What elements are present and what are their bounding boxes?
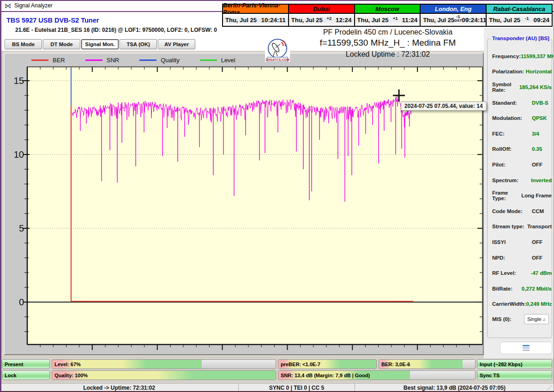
transponder-label: Stream type: — [492, 224, 527, 229]
offset-value: -1 — [525, 16, 529, 21]
clock-time: 10:24:11 — [261, 17, 286, 24]
clock-time: 09:24:11 — [462, 17, 486, 24]
meter-quality: Quality: 100% — [52, 370, 276, 380]
clock-panel: Berlin-Paris-Vienna-RomaThu, Jul 2510:24… — [222, 4, 553, 27]
meter-sync-ts: Sync TS — [477, 370, 552, 380]
transponder-panel: Transponder (AU) [BS] Frequency:11599,33… — [487, 39, 552, 338]
offset-value: +2 — [326, 16, 331, 21]
meter-preber: preBER: <1.0E-7 — [278, 359, 377, 369]
transponder-label: Modulation: — [492, 115, 532, 121]
clock-city: Berlin-Paris-Vienna-Roma — [223, 5, 288, 14]
snr-swatch — [85, 59, 102, 61]
tab-av-player[interactable]: AV Player — [158, 39, 195, 49]
mis-dropdown[interactable]: Single ⊿ — [524, 314, 549, 324]
tab-dt-mode[interactable]: DT Mode — [43, 39, 80, 49]
clock-column-berlin-paris-vienna-roma: Berlin-Paris-Vienna-RomaThu, Jul 2510:24… — [223, 5, 288, 26]
transponder-row-carrierwidth: CarrierWidth:0,249 MHz — [488, 297, 552, 312]
tab-signal-mon[interactable]: Signal Mon. — [81, 39, 119, 49]
clock-time-row: Thu, Jul 25+212:24 — [289, 14, 354, 26]
transponder-value: OFF — [532, 239, 542, 245]
tab-tsa-ok[interactable]: TSA (OK) — [120, 39, 157, 49]
legend-item-level: Level — [200, 57, 235, 64]
meter-level: Level: 67% — [52, 359, 276, 369]
level-swatch — [200, 59, 217, 61]
meter-label: Quality: 100% — [54, 373, 88, 378]
transponder-value: Horizontal — [526, 69, 552, 74]
meter-label: Present — [5, 362, 23, 367]
transponder-row-code-mode: Code Mode:CCM — [488, 203, 552, 219]
clock-time-row: Thu, Jul 25-1DST09:24:11 — [421, 14, 486, 26]
clock-time-row: Thu, Jul 25-109:24 — [487, 14, 552, 26]
transponder-label: Pilot: — [492, 162, 532, 167]
meter-label: BER: 3,0E-6 — [381, 362, 410, 367]
transponder-row-symbol-rate: Symbol Rate:185,264 KS/s — [488, 79, 552, 95]
transponder-row-pilot: Pilot:OFF — [488, 157, 552, 172]
transponder-label: Symbol Rate: — [492, 82, 519, 93]
clock-city: Rabat-Casablanca — [487, 5, 552, 14]
chevron-down-icon: ⊿ — [542, 317, 546, 322]
legend-label: Quality — [161, 57, 179, 64]
transponder-label: Code Mode: — [492, 208, 532, 214]
transponder-row-rf-level: RF Level:-47 dBm — [488, 265, 552, 281]
chart-tooltip: 2024-07-25 07.05.44, value: 14 — [401, 101, 486, 111]
legend-item-snr: SNR — [85, 57, 119, 64]
stream-stack-button[interactable] — [500, 342, 552, 354]
transponder-row-issyi: ISSYIOFF — [488, 234, 552, 250]
clock-utc-offset: +1 — [393, 16, 398, 21]
dish-header: PF Prodelin 450 cm / Lucenec-Slovakia — [259, 28, 517, 36]
transponder-value: 0.35 — [532, 146, 542, 152]
transponder-row-npd: NPD:OFF — [488, 250, 552, 266]
legend-item-ber: BER — [31, 57, 65, 64]
transponder-row-polarization: Polarization:Horizontal — [488, 64, 552, 80]
meter-snr: SNR: 13,4 dB (Margin: 7,9 dB | Good) — [278, 370, 476, 380]
legend-item-quality: Quality — [139, 57, 179, 64]
transponder-row-standard: Standard:DVB-S — [488, 95, 552, 111]
clock-city: Dubai — [289, 5, 354, 14]
transponder-value: 0,272 Mbit/s — [522, 286, 552, 291]
transponder-value: Long Frame — [521, 193, 552, 198]
legend-label: Level — [221, 57, 235, 64]
transponder-value: DVB-S — [532, 100, 548, 106]
uptime-header: Locked Uptime : 72:31:02 — [259, 50, 517, 59]
chart-area: BERSNRQualityLevel 151050 2024-07-25 07.… — [4, 53, 484, 355]
transponder-value: QPSK — [532, 115, 547, 121]
clock-date: Thu, Jul 25 — [489, 17, 520, 24]
clock-date: Thu, Jul 25 — [225, 17, 257, 24]
transponder-row-fec: FEC:3/4 — [488, 126, 552, 142]
resize-grip[interactable]: ⋰ — [547, 385, 552, 391]
transponder-value: OFF — [532, 162, 542, 167]
transponder-label: Frame Type: — [492, 190, 521, 201]
meter-ber: BER: 3,0E-6 — [379, 359, 476, 369]
transponder-value: Transport — [527, 224, 552, 229]
clock-time-row: Thu, Jul 25+111:24 — [355, 14, 420, 26]
transponder-value: OFF — [532, 255, 542, 261]
clock-column-moscow: MoscowThu, Jul 25+111:24 — [354, 5, 420, 26]
transponder-value: 3/4 — [532, 131, 539, 137]
clock-city: London, Eng — [421, 5, 486, 14]
tab-bs-mode[interactable]: BS Mode — [5, 39, 42, 49]
transponder-value: -47 dBm — [531, 270, 552, 276]
chart-legend: BERSNRQualityLevel — [31, 55, 235, 65]
meter-label: Input (~282 Kbps) — [480, 362, 523, 367]
transponder-value: Inverted — [531, 178, 552, 183]
status-sync: SYNC 0 | TEI 0 | CC 5 — [238, 384, 355, 392]
meter-input-282-kbps: Input (~282 Kbps) — [477, 359, 552, 369]
transponder-row-stream-type: Stream type:Transport — [488, 219, 552, 235]
transponder-value: 0,249 MHz — [526, 301, 552, 307]
transponder-label: RF Level: — [492, 270, 531, 276]
transponder-row-modulation: Modulation:QPSK — [488, 110, 552, 126]
y-axis-label: 15 — [10, 76, 24, 86]
clock-time: 12:24 — [336, 17, 352, 24]
clock-column-rabat-casablanca: Rabat-CasablancaThu, Jul 25-109:24 — [486, 5, 552, 26]
y-axis-label: 10 — [10, 149, 24, 160]
offset-value: +1 — [393, 16, 398, 21]
transponder-value: CCM — [532, 208, 544, 214]
clock-utc-offset: -1 — [525, 16, 529, 21]
meter-label: Level: 67% — [54, 362, 81, 367]
dxsatcs-logo: DXSATCS.COM — [265, 38, 290, 62]
transponder-row-spectrum: Spectrum:Inverted — [488, 172, 552, 188]
clock-time-row: Thu, Jul 2510:24:11 — [223, 14, 288, 26]
tuner-title: TBS 5927 USB DVB-S2 Tuner — [6, 17, 99, 24]
transponder-row-bitrate: BitRate:0,272 Mbit/s — [488, 281, 552, 297]
clock-time: 09:24 — [533, 17, 549, 24]
